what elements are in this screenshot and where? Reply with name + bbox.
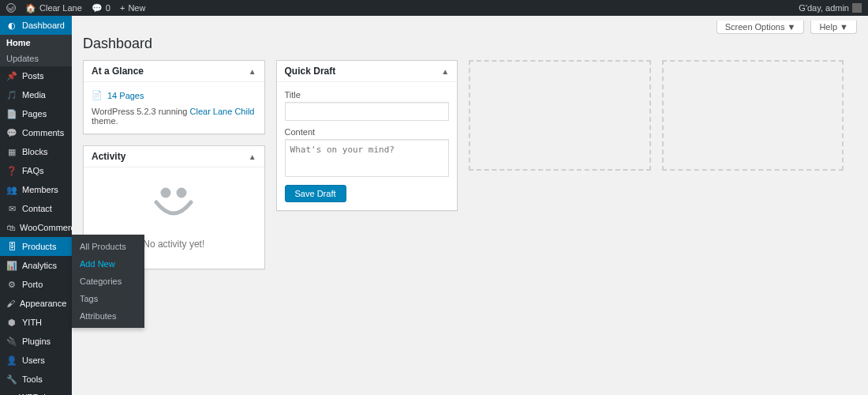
menu-woocommerce[interactable]: 🛍WooCommerce [0, 218, 72, 237]
woo-icon: 🛍 [6, 222, 15, 233]
yith-icon: ⬢ [6, 317, 17, 328]
chevron-up-icon: ▲ [249, 152, 256, 161]
brush-icon: 🖌 [6, 298, 15, 309]
menu-plugins[interactable]: 🔌Plugins [0, 332, 72, 351]
products-flyout: All Products Add New Categories Tags Att… [72, 235, 144, 328]
members-icon: 👥 [6, 184, 17, 195]
screen-options-button[interactable]: Screen Options ▼ [716, 21, 805, 34]
mail-icon: ✉ [6, 203, 17, 214]
svg-point-2 [178, 190, 185, 196]
chevron-up-icon: ▲ [441, 67, 449, 76]
comment-icon: 💬 [6, 127, 17, 138]
menu-media[interactable]: 🎵Media [0, 85, 72, 104]
new-content-link[interactable]: +New [120, 3, 145, 13]
activity-header[interactable]: Activity▲ [84, 146, 264, 167]
dashboard-icon: ◐ [6, 20, 17, 31]
comments-link[interactable]: 💬0 [92, 3, 110, 13]
submenu-updates[interactable]: Updates [0, 51, 72, 66]
title-label: Title [285, 90, 450, 100]
main-content: Screen Options ▼ Help ▼ Dashboard At a G… [72, 16, 868, 395]
gear-icon: ⚙ [6, 279, 17, 290]
flyout-add-new[interactable]: Add New [72, 255, 144, 273]
menu-faqs[interactable]: ❓FAQs [0, 161, 72, 180]
menu-products[interactable]: 🗄Products [0, 237, 72, 256]
home-icon: 🏠 [25, 3, 36, 13]
quick-draft-box: Quick Draft▲ Title Content Save Draft [276, 60, 458, 211]
site-name-link[interactable]: 🏠Clear Lane [25, 3, 82, 13]
plug-icon: 🔌 [6, 336, 17, 347]
flyout-all-products[interactable]: All Products [72, 238, 144, 255]
save-draft-button[interactable]: Save Draft [285, 185, 346, 202]
page-icon: 📄 [6, 108, 17, 119]
question-icon: ❓ [6, 165, 17, 176]
smile-icon [92, 175, 256, 231]
menu-yith[interactable]: ⬢YITH [0, 313, 72, 332]
flyout-tags[interactable]: Tags [72, 290, 144, 307]
dashboard-placeholder-2[interactable] [662, 60, 844, 171]
menu-users[interactable]: 👤Users [0, 351, 72, 370]
flyout-categories[interactable]: Categories [72, 273, 144, 290]
menu-contact[interactable]: ✉Contact [0, 199, 72, 218]
draft-title-input[interactable] [285, 102, 450, 121]
menu-tools[interactable]: 🔧Tools [0, 370, 72, 389]
at-a-glance-header[interactable]: At a Glance▲ [84, 61, 264, 82]
admin-sidebar: ◐Dashboard Home Updates 📌Posts 🎵Media 📄P… [0, 16, 72, 395]
wrench-icon: 🔧 [6, 374, 17, 385]
version-text: WordPress 5.2.3 running Clear Lane Child… [92, 107, 256, 126]
menu-appearance[interactable]: 🖌Appearance [0, 294, 72, 313]
wp-logo[interactable] [6, 3, 16, 13]
menu-porto[interactable]: ⚙Porto [0, 275, 72, 294]
draft-content-textarea[interactable] [285, 139, 450, 177]
my-account[interactable]: G'day, admin [799, 3, 862, 13]
block-icon: ▦ [6, 146, 17, 157]
page-title: Dashboard [83, 36, 857, 52]
archive-icon: 🗄 [6, 241, 17, 252]
page-icon: 📄 [92, 90, 103, 100]
menu-dashboard[interactable]: ◐Dashboard [0, 16, 72, 35]
chart-icon: 📊 [6, 260, 17, 271]
menu-blocks[interactable]: ▦Blocks [0, 142, 72, 161]
menu-analytics[interactable]: 📊Analytics [0, 256, 72, 275]
comment-icon: 💬 [92, 3, 103, 13]
media-icon: 🎵 [6, 89, 17, 100]
at-a-glance-box: At a Glance▲ 📄 14 Pages WordPress 5.2.3 … [83, 60, 265, 134]
user-icon: 👤 [6, 355, 17, 366]
admin-bar: 🏠Clear Lane 💬0 +New G'day, admin [0, 0, 868, 16]
menu-posts[interactable]: 📌Posts [0, 66, 72, 85]
menu-pages[interactable]: 📄Pages [0, 104, 72, 123]
menu-members[interactable]: 👥Members [0, 180, 72, 199]
dashboard-placeholder-1[interactable] [469, 60, 651, 171]
svg-point-1 [163, 190, 169, 196]
glance-pages-link[interactable]: 📄 14 Pages [92, 90, 256, 100]
submenu-home[interactable]: Home [0, 35, 72, 51]
avatar [852, 3, 862, 13]
content-label: Content [285, 127, 450, 137]
help-button[interactable]: Help ▼ [810, 21, 857, 34]
menu-wpbakery[interactable]: ▣WPBakery Page Builder [0, 389, 72, 395]
plus-icon: + [120, 3, 125, 13]
theme-link[interactable]: Clear Lane Child [190, 107, 255, 116]
pin-icon: 📌 [6, 70, 17, 81]
chevron-up-icon: ▲ [249, 67, 256, 76]
flyout-attributes[interactable]: Attributes [72, 307, 144, 325]
menu-comments[interactable]: 💬Comments [0, 123, 72, 142]
quick-draft-header[interactable]: Quick Draft▲ [277, 61, 458, 82]
